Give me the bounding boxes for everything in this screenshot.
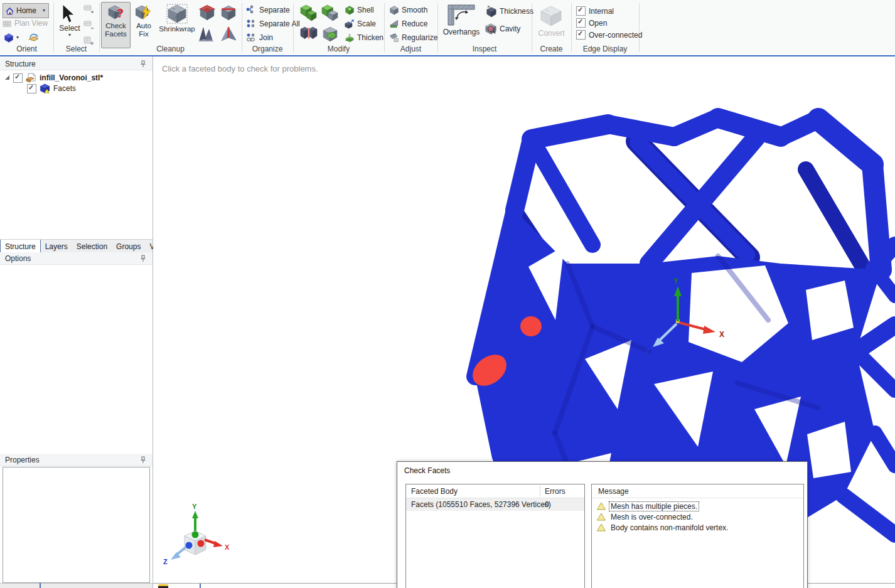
structure-pane-header: Structure	[0, 58, 153, 70]
thicken-label: Thicken	[357, 33, 383, 42]
structure-header-label: Structure	[5, 60, 36, 68]
message-item[interactable]: Mesh has multiple pieces.	[592, 501, 803, 511]
select-add-icon[interactable]	[83, 5, 94, 16]
edge-over-connected-checkbox[interactable]: Over-connected	[576, 30, 642, 40]
shrinkwrap-button[interactable]: Shrinkwrap	[157, 2, 197, 48]
thicken-button[interactable]: Thicken	[345, 33, 383, 43]
insert-facets-icon[interactable]	[321, 4, 339, 21]
triad-right-dot	[198, 540, 205, 547]
scale-button[interactable]: Scale	[345, 19, 376, 29]
faceted-body-list[interactable]: Faceted Body Errors Facets (1055510 Face…	[405, 484, 585, 588]
stitch-edge-icon[interactable]	[220, 4, 237, 21]
plan-view-button[interactable]: Plan View	[3, 19, 48, 28]
home-icon	[6, 7, 14, 15]
separate-all-button[interactable]: Separate All	[246, 19, 300, 28]
shell-icon	[345, 5, 355, 15]
separate-label: Separate	[259, 6, 290, 14]
sketch-view-button[interactable]	[28, 32, 40, 43]
triad-y-arrow	[192, 511, 198, 518]
regularize-label: Regularize	[402, 33, 437, 42]
select-cursor-icon[interactable]	[60, 4, 77, 24]
edge-open-checkbox[interactable]: Open	[576, 18, 607, 28]
check-facets-dialog[interactable]: Check Facets Faceted Body Errors Facets …	[397, 461, 808, 588]
home-button[interactable]: Home	[3, 3, 45, 18]
checkbox-open	[576, 18, 586, 28]
separate-all-label: Separate All	[259, 19, 300, 28]
tree-facets-row[interactable]: Facets	[27, 83, 76, 94]
orient-cube-button[interactable]: ▾	[4, 33, 19, 43]
split-body-icon[interactable]	[300, 25, 318, 43]
triad-top-dot	[192, 532, 199, 538]
separate-button[interactable]: Separate	[246, 5, 290, 14]
overhangs-icon[interactable]	[447, 4, 477, 26]
smooth-icon	[389, 5, 399, 15]
panel-tabs: Structure Layers Selection Groups Views	[0, 239, 153, 253]
cavity-button[interactable]: Cavity	[485, 23, 520, 35]
spike-removal-icon[interactable]	[197, 25, 216, 43]
view-orientation-triad[interactable]: Y X Z	[161, 503, 230, 566]
thickness-button[interactable]: Thickness	[486, 5, 533, 18]
plan-view-icon	[3, 19, 12, 28]
svg-text:?: ?	[116, 6, 124, 20]
tab-selection[interactable]: Selection	[72, 240, 112, 253]
group-label-organize: Organize	[242, 45, 293, 53]
design-document-icon	[26, 73, 36, 83]
smooth-button[interactable]: Smooth	[389, 5, 427, 15]
overhangs-label[interactable]: Overhangs	[439, 28, 483, 36]
pin-icon[interactable]	[140, 60, 146, 68]
group-label-modify: Modify	[293, 45, 384, 53]
check-facets-button[interactable]: ? Check Facets	[101, 2, 131, 48]
checkbox-internal	[576, 6, 586, 16]
join-button[interactable]: Join	[246, 33, 273, 42]
message-text: Mesh is over-connected.	[609, 513, 694, 521]
auto-fix-label: Auto Fix	[132, 22, 155, 38]
warning-icon	[597, 523, 606, 532]
message-column-label: Message	[592, 487, 629, 496]
pin-icon[interactable]	[140, 456, 146, 464]
tree-facets-checkbox[interactable]	[27, 84, 36, 94]
sharp-edge-icon[interactable]	[220, 25, 238, 43]
auto-fix-button[interactable]: Auto Fix	[131, 2, 157, 48]
tab-structure[interactable]: Structure	[0, 240, 41, 253]
convert-icon[interactable]	[540, 5, 562, 26]
group-label-select: Select	[53, 45, 99, 53]
clipped-panel-icon	[158, 584, 168, 588]
fill-hole-icon[interactable]	[198, 4, 216, 21]
shell-button[interactable]: Shell	[345, 5, 374, 15]
tab-groups[interactable]: Groups	[112, 240, 145, 253]
patch-facets-icon[interactable]	[321, 25, 339, 43]
convert-label[interactable]: Convert	[532, 29, 571, 38]
edge-open-label: Open	[589, 19, 607, 28]
tree-expander-icon[interactable]	[5, 75, 10, 80]
message-list[interactable]: Message Mesh has multiple pieces. Mesh i…	[591, 484, 804, 588]
message-item[interactable]: Mesh is over-connected.	[592, 511, 803, 522]
select-remove-icon[interactable]	[83, 21, 94, 31]
edge-internal-label: Internal	[589, 7, 614, 16]
regularize-icon	[389, 33, 399, 43]
sketch-view-icon	[28, 32, 40, 43]
reduce-label: Reduce	[402, 19, 427, 28]
message-item[interactable]: Body contains non-manifold vertex.	[592, 522, 803, 533]
pin-icon[interactable]	[140, 255, 146, 262]
thickness-icon	[486, 5, 497, 18]
tree-root-row[interactable]: infill_Voronoi_stl*	[5, 73, 103, 83]
join-label: Join	[259, 33, 273, 42]
smooth-label: Smooth	[402, 6, 427, 14]
reduce-button[interactable]: Reduce	[389, 19, 427, 29]
triad-x-arrow	[213, 541, 223, 547]
checkbox-over-connected	[576, 30, 586, 40]
orient-cube-dropdown[interactable]: ▾	[16, 35, 19, 40]
edge-internal-checkbox[interactable]: Internal	[576, 6, 614, 16]
faceted-body-row[interactable]: Facets (1055510 Faces, 527396 Vertices) …	[406, 498, 584, 511]
merge-facets-icon[interactable]	[300, 4, 318, 21]
separate-icon	[246, 5, 257, 14]
left-bottom-strip	[0, 583, 153, 588]
model-canvas[interactable]: Click a faceted body to check for proble…	[153, 56, 895, 588]
home-dropdown[interactable]: ▾	[40, 3, 49, 18]
select-button[interactable]: Select ▾	[56, 24, 83, 38]
triad-left-dot	[186, 542, 193, 549]
dialog-title: Check Facets	[404, 466, 450, 475]
regularize-button[interactable]: Regularize	[389, 33, 437, 43]
tree-root-checkbox[interactable]	[13, 73, 23, 83]
tab-layers[interactable]: Layers	[41, 240, 72, 253]
